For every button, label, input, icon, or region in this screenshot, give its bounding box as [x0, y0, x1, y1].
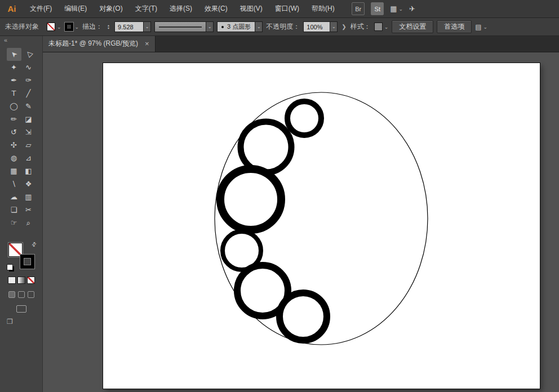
width-profile-dropdown[interactable]	[154, 21, 206, 32]
circle-path[interactable]	[280, 293, 327, 340]
shape-builder-tool-icon: ◍	[11, 154, 17, 162]
color-mode-row	[0, 277, 42, 284]
stroke-label: 描边：	[82, 22, 103, 32]
swap-fill-stroke-icon[interactable]: ⇄	[30, 240, 38, 248]
opacity-flyout-icon[interactable]: ❯	[341, 24, 347, 30]
gpu-performance-icon[interactable]: ✈	[409, 5, 415, 13]
pencil-tool-icon: ✏	[11, 115, 17, 123]
type-tool-icon: T	[12, 89, 16, 97]
uniform-profile-icon	[159, 26, 202, 28]
type-tool[interactable]: T	[7, 87, 21, 100]
default-fill-stroke-icon[interactable]	[7, 264, 13, 270]
width-profile-dropdown-arrow[interactable]: ⌄	[206, 21, 214, 32]
slice-tool[interactable]: ✂	[21, 203, 36, 216]
magic-wand-tool[interactable]: ✦	[7, 61, 21, 74]
stroke-color-swatch	[65, 23, 73, 31]
circle-path[interactable]	[220, 169, 281, 230]
document-tab[interactable]: 未标题-1* @ 97% (RGB/预览) ×	[42, 35, 156, 52]
perspective-grid-tool[interactable]: ⊿	[21, 152, 36, 164]
bridge-button[interactable]: Br	[352, 2, 365, 15]
collapse-panel-icon[interactable]: «	[0, 35, 42, 44]
menu-item[interactable]: 编辑(E)	[58, 0, 93, 17]
line-segment-tool-icon: ╱	[26, 89, 31, 97]
panel-options-dropdown[interactable]: ▤ ⌄	[475, 23, 487, 31]
eyedropper-tool[interactable]: ∖	[7, 177, 21, 190]
menu-item[interactable]: 视图(V)	[234, 0, 269, 17]
tools-panel: « ➤▷✦∿✒✑T╱◯✎✏◪↺⇲✣▱◍⊿▦◧∖❖☁▥❏✂☞⌕ ⇄ ❐	[0, 35, 43, 392]
stroke-swatch[interactable]	[20, 255, 34, 269]
fill-color-dropdown[interactable]: ⌄	[47, 23, 61, 31]
brush-definition-dropdown[interactable]: 3 点圆形	[217, 21, 255, 32]
menu-item[interactable]: 帮助(H)	[305, 0, 341, 17]
document-setup-button[interactable]: 文档设置	[392, 20, 433, 33]
line-segment-tool[interactable]: ╱	[21, 87, 36, 100]
free-transform-tool[interactable]: ▱	[21, 139, 36, 152]
style-swatch	[374, 23, 383, 31]
hand-tool[interactable]: ☞	[7, 216, 21, 229]
canvas-area[interactable]	[42, 52, 559, 392]
screen-mode-button[interactable]	[16, 305, 26, 313]
tab-close-icon[interactable]: ×	[145, 39, 149, 48]
fill-stroke-control: ⇄	[8, 243, 34, 269]
opacity-dropdown[interactable]: ⌄	[330, 21, 338, 32]
menu-item[interactable]: 选择(S)	[163, 0, 198, 17]
workspace-switcher[interactable]: ▦ ⌄	[390, 5, 403, 13]
menu-item[interactable]: 效果(C)	[198, 0, 234, 17]
rotate-tool[interactable]: ↺	[7, 126, 21, 139]
artboard-tool[interactable]: ❏	[7, 203, 21, 216]
direct-selection-tool-icon: ▷	[24, 50, 34, 60]
drawing-modes-row	[0, 291, 42, 298]
style-dropdown[interactable]: ⌄	[374, 23, 389, 31]
gradient-tool[interactable]: ◧	[21, 164, 36, 177]
pen-tool[interactable]: ✒	[7, 74, 21, 87]
document-tab-bar: 未标题-1* @ 97% (RGB/预览) ×	[42, 35, 559, 52]
ellipse-tool-icon: ◯	[10, 102, 18, 110]
menu-item[interactable]: 窗口(W)	[269, 0, 305, 17]
artboard[interactable]	[103, 63, 540, 389]
lasso-tool[interactable]: ∿	[21, 61, 36, 74]
selection-tool[interactable]: ➤	[7, 48, 21, 61]
paintbrush-tool[interactable]: ✎	[21, 100, 36, 113]
menu-item[interactable]: 文件(F)	[24, 0, 58, 17]
stroke-width-stepper[interactable]: ▴ ▾	[106, 24, 111, 30]
column-graph-tool[interactable]: ▥	[21, 190, 36, 203]
menubar-right: Br St ▦ ⌄ ✈	[352, 2, 415, 15]
shape-builder-tool[interactable]: ◍	[7, 152, 21, 164]
stroke-width-field[interactable]: 9.528	[114, 21, 144, 32]
none-button[interactable]	[27, 277, 35, 284]
mesh-tool[interactable]: ▦	[7, 164, 21, 177]
ellipse-tool[interactable]: ◯	[7, 100, 21, 113]
width-tool-icon: ✣	[11, 141, 17, 149]
circle-path[interactable]	[287, 101, 321, 135]
circle-path[interactable]	[241, 122, 291, 172]
blend-tool[interactable]: ❖	[21, 177, 36, 190]
stepper-down-icon[interactable]: ▾	[106, 27, 111, 30]
stroke-width-dropdown[interactable]: ⌄	[144, 21, 151, 32]
width-tool[interactable]: ✣	[7, 139, 21, 152]
zoom-tool[interactable]: ⌕	[21, 216, 36, 229]
draw-normal-button[interactable]	[8, 291, 15, 298]
preferences-button[interactable]: 首选项	[437, 20, 472, 33]
gradient-button[interactable]	[17, 277, 25, 284]
stroke-color-dropdown[interactable]: ⌄	[65, 23, 79, 31]
draw-behind-button[interactable]	[18, 291, 25, 298]
color-button[interactable]	[8, 277, 16, 284]
brush-preview-icon	[221, 26, 224, 28]
selection-status: 未选择对象	[5, 22, 39, 32]
pencil-tool[interactable]: ✏	[7, 113, 21, 126]
opacity-field[interactable]: 100%	[303, 21, 330, 32]
selection-tool-icon: ➤	[8, 49, 19, 59]
menu-item[interactable]: 文字(T)	[129, 0, 163, 17]
curvature-tool-icon: ✑	[25, 76, 32, 84]
symbol-sprayer-tool[interactable]: ☁	[7, 190, 21, 203]
draw-inside-button[interactable]	[28, 291, 34, 298]
eraser-tool[interactable]: ◪	[21, 113, 36, 126]
scale-tool[interactable]: ⇲	[21, 126, 36, 139]
normal-screen-mode-icon[interactable]: ❐	[7, 318, 42, 326]
menu-item[interactable]: 对象(O)	[93, 0, 128, 17]
gradient-tool-icon: ◧	[25, 167, 32, 175]
brush-definition-dropdown-arrow[interactable]: ⌄	[255, 21, 263, 32]
stock-button[interactable]: St	[371, 2, 384, 15]
direct-selection-tool[interactable]: ▷	[21, 48, 36, 61]
curvature-tool[interactable]: ✑	[21, 74, 36, 87]
